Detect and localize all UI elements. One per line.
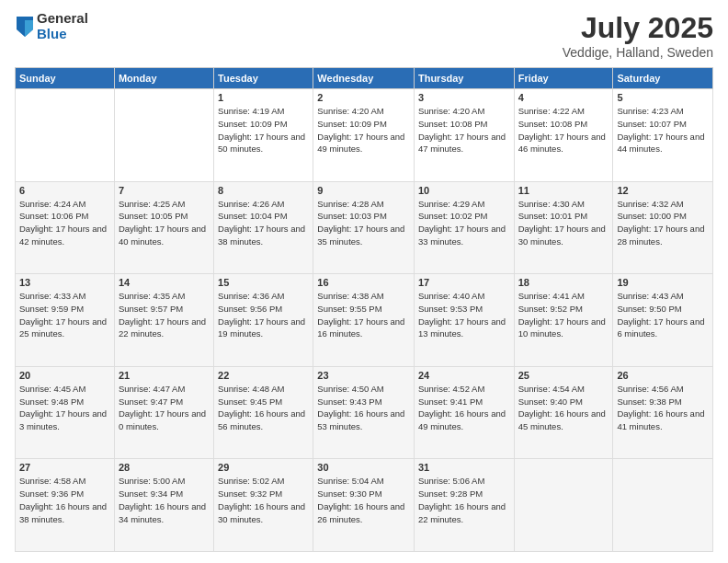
day-number: 16	[317, 277, 410, 288]
day-number: 25	[518, 370, 609, 381]
day-info: Sunrise: 4:56 AM Sunset: 9:38 PM Dayligh…	[617, 383, 709, 433]
calendar-cell: 30Sunrise: 5:04 AM Sunset: 9:30 PM Dayli…	[313, 459, 415, 552]
header-row: Sunday Monday Tuesday Wednesday Thursday…	[16, 68, 713, 89]
calendar-cell: 26Sunrise: 4:56 AM Sunset: 9:38 PM Dayli…	[613, 366, 713, 459]
calendar-cell: 15Sunrise: 4:36 AM Sunset: 9:56 PM Dayli…	[214, 274, 313, 367]
day-number: 22	[218, 370, 309, 381]
page: General Blue July 2025 Veddige, Halland,…	[0, 0, 728, 563]
day-number: 11	[518, 185, 609, 196]
day-info: Sunrise: 4:40 AM Sunset: 9:53 PM Dayligh…	[418, 290, 510, 340]
day-info: Sunrise: 4:26 AM Sunset: 10:04 PM Daylig…	[218, 198, 309, 248]
day-number: 27	[19, 462, 110, 473]
calendar-cell: 2Sunrise: 4:20 AM Sunset: 10:09 PM Dayli…	[313, 89, 415, 182]
day-info: Sunrise: 5:02 AM Sunset: 9:32 PM Dayligh…	[218, 475, 309, 525]
day-number: 7	[119, 185, 210, 196]
col-wednesday: Wednesday	[313, 68, 415, 89]
calendar-cell: 20Sunrise: 4:45 AM Sunset: 9:48 PM Dayli…	[16, 366, 115, 459]
day-info: Sunrise: 4:19 AM Sunset: 10:09 PM Daylig…	[218, 105, 309, 155]
calendar-cell: 3Sunrise: 4:20 AM Sunset: 10:08 PM Dayli…	[414, 89, 514, 182]
day-info: Sunrise: 4:48 AM Sunset: 9:45 PM Dayligh…	[218, 383, 309, 433]
header: General Blue July 2025 Veddige, Halland,…	[15, 11, 713, 60]
day-info: Sunrise: 5:04 AM Sunset: 9:30 PM Dayligh…	[317, 475, 410, 525]
day-info: Sunrise: 4:45 AM Sunset: 9:48 PM Dayligh…	[19, 383, 110, 433]
calendar-cell: 12Sunrise: 4:32 AM Sunset: 10:00 PM Dayl…	[613, 181, 713, 274]
calendar-row-1: 6Sunrise: 4:24 AM Sunset: 10:06 PM Dayli…	[16, 181, 713, 274]
day-info: Sunrise: 4:54 AM Sunset: 9:40 PM Dayligh…	[518, 383, 609, 433]
day-info: Sunrise: 4:29 AM Sunset: 10:02 PM Daylig…	[418, 198, 510, 248]
calendar-cell: 29Sunrise: 5:02 AM Sunset: 9:32 PM Dayli…	[214, 459, 313, 552]
day-info: Sunrise: 4:50 AM Sunset: 9:43 PM Dayligh…	[317, 383, 410, 433]
calendar-row-2: 13Sunrise: 4:33 AM Sunset: 9:59 PM Dayli…	[16, 274, 713, 367]
day-number: 21	[119, 370, 210, 381]
day-info: Sunrise: 4:23 AM Sunset: 10:07 PM Daylig…	[617, 105, 709, 155]
day-info: Sunrise: 4:20 AM Sunset: 10:08 PM Daylig…	[418, 105, 510, 155]
svg-marker-1	[25, 20, 33, 37]
calendar-cell: 28Sunrise: 5:00 AM Sunset: 9:34 PM Dayli…	[114, 459, 213, 552]
day-info: Sunrise: 4:24 AM Sunset: 10:06 PM Daylig…	[19, 198, 110, 248]
day-info: Sunrise: 4:58 AM Sunset: 9:36 PM Dayligh…	[19, 475, 110, 525]
calendar-cell: 16Sunrise: 4:38 AM Sunset: 9:55 PM Dayli…	[313, 274, 415, 367]
calendar-cell: 23Sunrise: 4:50 AM Sunset: 9:43 PM Dayli…	[313, 366, 415, 459]
day-info: Sunrise: 4:36 AM Sunset: 9:56 PM Dayligh…	[218, 290, 309, 340]
col-sunday: Sunday	[16, 68, 115, 89]
calendar-cell	[613, 459, 713, 552]
calendar-cell: 9Sunrise: 4:28 AM Sunset: 10:03 PM Dayli…	[313, 181, 415, 274]
day-number: 18	[518, 277, 609, 288]
calendar-cell: 24Sunrise: 4:52 AM Sunset: 9:41 PM Dayli…	[414, 366, 514, 459]
calendar-cell: 27Sunrise: 4:58 AM Sunset: 9:36 PM Dayli…	[16, 459, 115, 552]
col-thursday: Thursday	[414, 68, 514, 89]
day-number: 17	[418, 277, 510, 288]
day-info: Sunrise: 4:35 AM Sunset: 9:57 PM Dayligh…	[119, 290, 210, 340]
day-number: 8	[218, 185, 309, 196]
calendar-cell: 10Sunrise: 4:29 AM Sunset: 10:02 PM Dayl…	[414, 181, 514, 274]
day-info: Sunrise: 4:28 AM Sunset: 10:03 PM Daylig…	[317, 198, 410, 248]
calendar-cell: 1Sunrise: 4:19 AM Sunset: 10:09 PM Dayli…	[214, 89, 313, 182]
calendar-cell: 22Sunrise: 4:48 AM Sunset: 9:45 PM Dayli…	[214, 366, 313, 459]
calendar-cell: 4Sunrise: 4:22 AM Sunset: 10:08 PM Dayli…	[514, 89, 613, 182]
day-info: Sunrise: 5:06 AM Sunset: 9:28 PM Dayligh…	[418, 475, 510, 525]
calendar-cell	[114, 89, 213, 182]
day-number: 9	[317, 185, 410, 196]
calendar-cell: 21Sunrise: 4:47 AM Sunset: 9:47 PM Dayli…	[114, 366, 213, 459]
day-number: 19	[617, 277, 709, 288]
calendar-cell: 17Sunrise: 4:40 AM Sunset: 9:53 PM Dayli…	[414, 274, 514, 367]
logo-blue-text: Blue	[37, 27, 88, 42]
calendar-cell	[16, 89, 115, 182]
day-info: Sunrise: 4:38 AM Sunset: 9:55 PM Dayligh…	[317, 290, 410, 340]
day-number: 31	[418, 462, 510, 473]
day-number: 10	[418, 185, 510, 196]
day-info: Sunrise: 4:47 AM Sunset: 9:47 PM Dayligh…	[119, 383, 210, 433]
calendar-cell: 13Sunrise: 4:33 AM Sunset: 9:59 PM Dayli…	[16, 274, 115, 367]
calendar-table: Sunday Monday Tuesday Wednesday Thursday…	[15, 67, 713, 552]
day-number: 12	[617, 185, 709, 196]
day-number: 4	[518, 92, 609, 103]
col-tuesday: Tuesday	[214, 68, 313, 89]
day-number: 28	[119, 462, 210, 473]
day-number: 6	[19, 185, 110, 196]
day-number: 5	[617, 92, 709, 103]
day-info: Sunrise: 4:22 AM Sunset: 10:08 PM Daylig…	[518, 105, 609, 155]
location-subtitle: Veddige, Halland, Sweden	[563, 45, 713, 60]
calendar-cell: 11Sunrise: 4:30 AM Sunset: 10:01 PM Dayl…	[514, 181, 613, 274]
calendar-cell: 7Sunrise: 4:25 AM Sunset: 10:05 PM Dayli…	[114, 181, 213, 274]
day-number: 24	[418, 370, 510, 381]
calendar-cell: 5Sunrise: 4:23 AM Sunset: 10:07 PM Dayli…	[613, 89, 713, 182]
day-info: Sunrise: 4:43 AM Sunset: 9:50 PM Dayligh…	[617, 290, 709, 340]
day-number: 20	[19, 370, 110, 381]
col-monday: Monday	[114, 68, 213, 89]
logo-general-text: General	[37, 11, 88, 27]
calendar-cell	[514, 459, 613, 552]
day-number: 29	[218, 462, 309, 473]
day-info: Sunrise: 4:32 AM Sunset: 10:00 PM Daylig…	[617, 198, 709, 248]
calendar-cell: 18Sunrise: 4:41 AM Sunset: 9:52 PM Dayli…	[514, 274, 613, 367]
calendar-cell: 14Sunrise: 4:35 AM Sunset: 9:57 PM Dayli…	[114, 274, 213, 367]
day-number: 15	[218, 277, 309, 288]
day-number: 26	[617, 370, 709, 381]
day-info: Sunrise: 4:41 AM Sunset: 9:52 PM Dayligh…	[518, 290, 609, 340]
calendar-cell: 19Sunrise: 4:43 AM Sunset: 9:50 PM Dayli…	[613, 274, 713, 367]
calendar-cell: 31Sunrise: 5:06 AM Sunset: 9:28 PM Dayli…	[414, 459, 514, 552]
day-info: Sunrise: 5:00 AM Sunset: 9:34 PM Dayligh…	[119, 475, 210, 525]
day-info: Sunrise: 4:33 AM Sunset: 9:59 PM Dayligh…	[19, 290, 110, 340]
day-number: 1	[218, 92, 309, 103]
month-title: July 2025	[563, 11, 713, 45]
